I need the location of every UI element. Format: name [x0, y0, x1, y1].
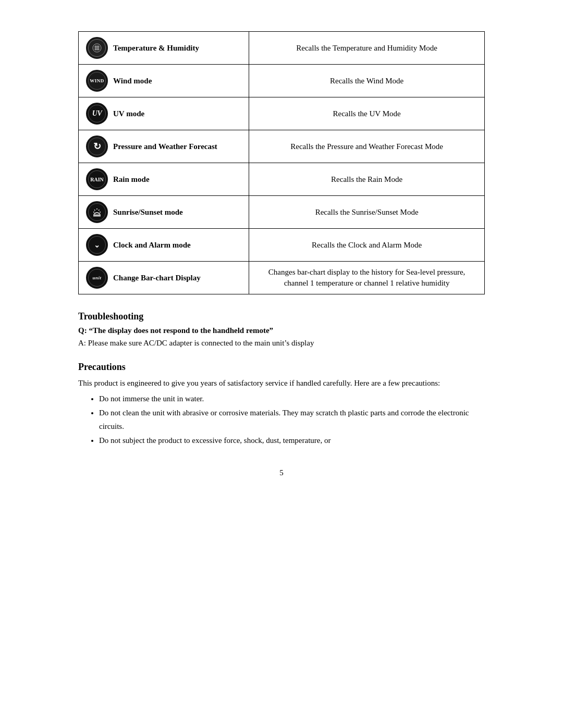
- precaution-bullet-0: Do not immerse the unit in water.: [99, 392, 485, 406]
- mode-icon-pressure: ↻: [86, 135, 108, 157]
- table-row-right-3: Recalls the Pressure and Weather Forecas…: [249, 130, 485, 163]
- mode-label-2: UV mode: [113, 109, 144, 118]
- mode-label-5: Sunrise/Sunset mode: [113, 208, 183, 217]
- mode-icon-sunrise: [86, 201, 108, 223]
- mode-icon-clock: ⌄: [86, 234, 108, 256]
- table-row-left-3: ↻ Pressure and Weather Forecast: [79, 130, 249, 163]
- mode-icon-uv: UV: [86, 103, 108, 125]
- troubleshooting-answer: A: Please make sure AC/DC adapter is con…: [78, 337, 485, 349]
- troubleshooting-title: Troubleshooting: [78, 311, 485, 322]
- mode-label-7: Change Bar-chart Display: [113, 274, 201, 282]
- mode-label-6: Clock and Alarm mode: [113, 241, 191, 250]
- mode-icon-unit: unit: [86, 267, 108, 289]
- table-row-left-6: ⌄ Clock and Alarm mode: [79, 229, 249, 262]
- mode-icon-temp: [86, 37, 108, 59]
- precautions-section: Precautions This product is engineered t…: [78, 362, 485, 448]
- precautions-title: Precautions: [78, 362, 485, 373]
- table-row-right-4: Recalls the Rain Mode: [249, 163, 485, 196]
- precautions-intro: This product is engineered to give you y…: [78, 377, 485, 389]
- troubleshooting-section: Troubleshooting Q: “The display does not…: [78, 311, 485, 349]
- mode-icon-rain: RAIN: [86, 168, 108, 190]
- table-row-right-0: Recalls the Temperature and Humidity Mod…: [249, 32, 485, 65]
- table-row-right-7: Changes bar-chart display to the history…: [249, 262, 485, 294]
- mode-label-1: Wind mode: [113, 77, 152, 85]
- table-row-right-6: Recalls the Clock and Alarm Mode: [249, 229, 485, 262]
- table-row-left-5: Sunrise/Sunset mode: [79, 196, 249, 229]
- mode-label-4: Rain mode: [113, 175, 150, 184]
- precautions-list: Do not immerse the unit in water.Do not …: [99, 392, 485, 448]
- table-row-left-4: RAIN Rain mode: [79, 163, 249, 196]
- mode-table: Temperature & HumidityRecalls the Temper…: [78, 31, 485, 294]
- page-content: Temperature & HumidityRecalls the Temper…: [78, 31, 485, 477]
- table-row-left-0: Temperature & Humidity: [79, 32, 249, 65]
- mode-icon-wind: WIND: [86, 70, 108, 92]
- table-row-left-1: WIND Wind mode: [79, 65, 249, 97]
- table-row-right-5: Recalls the Sunrise/Sunset Mode: [249, 196, 485, 229]
- table-row-left-2: UV UV mode: [79, 97, 249, 130]
- troubleshooting-question: Q: “The display does not respond to the …: [78, 326, 485, 335]
- precaution-bullet-1: Do not clean the unit with abrasive or c…: [99, 406, 485, 433]
- table-row-left-7: unit Change Bar-chart Display: [79, 262, 249, 294]
- table-row-right-1: Recalls the Wind Mode: [249, 65, 485, 97]
- precaution-bullet-2: Do not subject the product to excessive …: [99, 434, 485, 448]
- mode-label-3: Pressure and Weather Forecast: [113, 142, 217, 151]
- table-row-right-2: Recalls the UV Mode: [249, 97, 485, 130]
- page-number: 5: [78, 468, 485, 477]
- mode-label-0: Temperature & Humidity: [113, 44, 199, 53]
